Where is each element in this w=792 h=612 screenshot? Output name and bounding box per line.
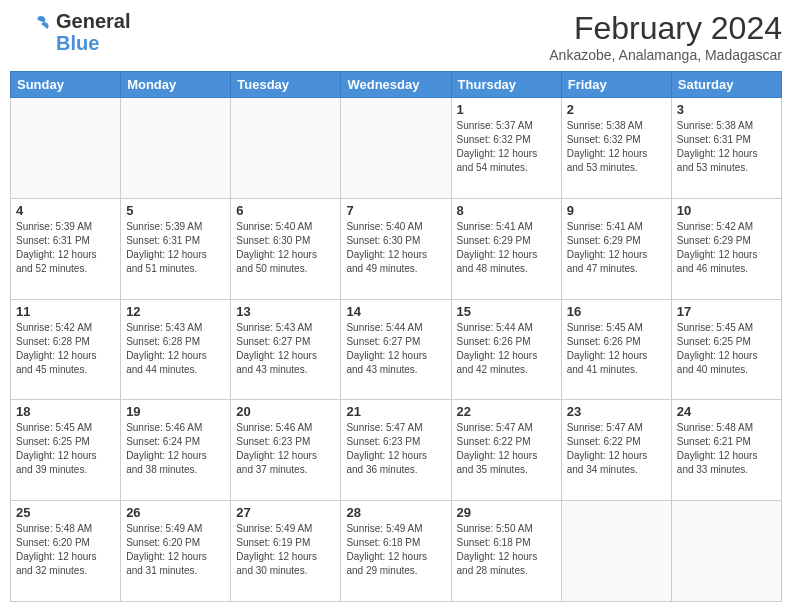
subtitle: Ankazobe, Analamanga, Madagascar: [549, 47, 782, 63]
day-number: 21: [346, 404, 445, 419]
logo-svg-icon: [10, 11, 52, 53]
calendar-cell: 15Sunrise: 5:44 AM Sunset: 6:26 PM Dayli…: [451, 299, 561, 400]
day-number: 16: [567, 304, 666, 319]
calendar-cell: 21Sunrise: 5:47 AM Sunset: 6:23 PM Dayli…: [341, 400, 451, 501]
calendar-cell: 16Sunrise: 5:45 AM Sunset: 6:26 PM Dayli…: [561, 299, 671, 400]
day-info: Sunrise: 5:49 AM Sunset: 6:19 PM Dayligh…: [236, 523, 317, 576]
day-info: Sunrise: 5:47 AM Sunset: 6:23 PM Dayligh…: [346, 422, 427, 475]
calendar-cell: 6Sunrise: 5:40 AM Sunset: 6:30 PM Daylig…: [231, 198, 341, 299]
calendar-week-1: 1Sunrise: 5:37 AM Sunset: 6:32 PM Daylig…: [11, 98, 782, 199]
day-info: Sunrise: 5:39 AM Sunset: 6:31 PM Dayligh…: [16, 221, 97, 274]
calendar-cell: [671, 501, 781, 602]
calendar-cell: 20Sunrise: 5:46 AM Sunset: 6:23 PM Dayli…: [231, 400, 341, 501]
day-number: 3: [677, 102, 776, 117]
calendar-week-5: 25Sunrise: 5:48 AM Sunset: 6:20 PM Dayli…: [11, 501, 782, 602]
day-number: 4: [16, 203, 115, 218]
day-info: Sunrise: 5:44 AM Sunset: 6:27 PM Dayligh…: [346, 322, 427, 375]
calendar-cell: 26Sunrise: 5:49 AM Sunset: 6:20 PM Dayli…: [121, 501, 231, 602]
day-number: 22: [457, 404, 556, 419]
calendar-cell: [11, 98, 121, 199]
calendar-cell: [341, 98, 451, 199]
calendar-cell: 9Sunrise: 5:41 AM Sunset: 6:29 PM Daylig…: [561, 198, 671, 299]
title-area: February 2024 Ankazobe, Analamanga, Mada…: [549, 10, 782, 63]
calendar-cell: 23Sunrise: 5:47 AM Sunset: 6:22 PM Dayli…: [561, 400, 671, 501]
calendar-cell: 13Sunrise: 5:43 AM Sunset: 6:27 PM Dayli…: [231, 299, 341, 400]
day-info: Sunrise: 5:48 AM Sunset: 6:20 PM Dayligh…: [16, 523, 97, 576]
day-number: 25: [16, 505, 115, 520]
calendar-cell: 4Sunrise: 5:39 AM Sunset: 6:31 PM Daylig…: [11, 198, 121, 299]
weekday-header-tuesday: Tuesday: [231, 72, 341, 98]
day-number: 18: [16, 404, 115, 419]
day-number: 26: [126, 505, 225, 520]
day-number: 7: [346, 203, 445, 218]
day-number: 14: [346, 304, 445, 319]
day-info: Sunrise: 5:39 AM Sunset: 6:31 PM Dayligh…: [126, 221, 207, 274]
calendar-cell: [121, 98, 231, 199]
day-info: Sunrise: 5:50 AM Sunset: 6:18 PM Dayligh…: [457, 523, 538, 576]
logo-general-text: General: [56, 10, 130, 32]
day-number: 27: [236, 505, 335, 520]
day-number: 19: [126, 404, 225, 419]
day-number: 29: [457, 505, 556, 520]
calendar-cell: 2Sunrise: 5:38 AM Sunset: 6:32 PM Daylig…: [561, 98, 671, 199]
weekday-header-wednesday: Wednesday: [341, 72, 451, 98]
calendar-cell: 11Sunrise: 5:42 AM Sunset: 6:28 PM Dayli…: [11, 299, 121, 400]
day-info: Sunrise: 5:47 AM Sunset: 6:22 PM Dayligh…: [457, 422, 538, 475]
calendar-week-3: 11Sunrise: 5:42 AM Sunset: 6:28 PM Dayli…: [11, 299, 782, 400]
day-number: 6: [236, 203, 335, 218]
day-info: Sunrise: 5:40 AM Sunset: 6:30 PM Dayligh…: [236, 221, 317, 274]
day-number: 15: [457, 304, 556, 319]
weekday-header-friday: Friday: [561, 72, 671, 98]
day-number: 5: [126, 203, 225, 218]
day-number: 20: [236, 404, 335, 419]
day-info: Sunrise: 5:42 AM Sunset: 6:29 PM Dayligh…: [677, 221, 758, 274]
header: General Blue February 2024 Ankazobe, Ana…: [10, 10, 782, 63]
calendar-cell: 28Sunrise: 5:49 AM Sunset: 6:18 PM Dayli…: [341, 501, 451, 602]
day-number: 28: [346, 505, 445, 520]
calendar-cell: 17Sunrise: 5:45 AM Sunset: 6:25 PM Dayli…: [671, 299, 781, 400]
day-number: 17: [677, 304, 776, 319]
day-info: Sunrise: 5:41 AM Sunset: 6:29 PM Dayligh…: [567, 221, 648, 274]
calendar-cell: 24Sunrise: 5:48 AM Sunset: 6:21 PM Dayli…: [671, 400, 781, 501]
day-info: Sunrise: 5:42 AM Sunset: 6:28 PM Dayligh…: [16, 322, 97, 375]
page: General Blue February 2024 Ankazobe, Ana…: [0, 0, 792, 612]
calendar-cell: 1Sunrise: 5:37 AM Sunset: 6:32 PM Daylig…: [451, 98, 561, 199]
calendar-cell: [561, 501, 671, 602]
main-title: February 2024: [549, 10, 782, 47]
day-number: 8: [457, 203, 556, 218]
calendar-cell: 3Sunrise: 5:38 AM Sunset: 6:31 PM Daylig…: [671, 98, 781, 199]
day-number: 24: [677, 404, 776, 419]
day-info: Sunrise: 5:38 AM Sunset: 6:32 PM Dayligh…: [567, 120, 648, 173]
weekday-header-sunday: Sunday: [11, 72, 121, 98]
day-number: 2: [567, 102, 666, 117]
day-number: 1: [457, 102, 556, 117]
day-info: Sunrise: 5:45 AM Sunset: 6:26 PM Dayligh…: [567, 322, 648, 375]
calendar-cell: 12Sunrise: 5:43 AM Sunset: 6:28 PM Dayli…: [121, 299, 231, 400]
logo: General Blue: [10, 10, 130, 54]
calendar-cell: 8Sunrise: 5:41 AM Sunset: 6:29 PM Daylig…: [451, 198, 561, 299]
day-number: 13: [236, 304, 335, 319]
weekday-header-saturday: Saturday: [671, 72, 781, 98]
calendar-week-4: 18Sunrise: 5:45 AM Sunset: 6:25 PM Dayli…: [11, 400, 782, 501]
calendar-week-2: 4Sunrise: 5:39 AM Sunset: 6:31 PM Daylig…: [11, 198, 782, 299]
calendar-cell: 14Sunrise: 5:44 AM Sunset: 6:27 PM Dayli…: [341, 299, 451, 400]
day-info: Sunrise: 5:49 AM Sunset: 6:18 PM Dayligh…: [346, 523, 427, 576]
weekday-header-row: SundayMondayTuesdayWednesdayThursdayFrid…: [11, 72, 782, 98]
logo-blue-text: Blue: [56, 32, 130, 54]
day-number: 12: [126, 304, 225, 319]
day-info: Sunrise: 5:37 AM Sunset: 6:32 PM Dayligh…: [457, 120, 538, 173]
day-number: 23: [567, 404, 666, 419]
calendar-cell: 18Sunrise: 5:45 AM Sunset: 6:25 PM Dayli…: [11, 400, 121, 501]
calendar-cell: 5Sunrise: 5:39 AM Sunset: 6:31 PM Daylig…: [121, 198, 231, 299]
day-number: 11: [16, 304, 115, 319]
day-info: Sunrise: 5:47 AM Sunset: 6:22 PM Dayligh…: [567, 422, 648, 475]
calendar-header: SundayMondayTuesdayWednesdayThursdayFrid…: [11, 72, 782, 98]
day-info: Sunrise: 5:46 AM Sunset: 6:24 PM Dayligh…: [126, 422, 207, 475]
day-info: Sunrise: 5:45 AM Sunset: 6:25 PM Dayligh…: [677, 322, 758, 375]
day-info: Sunrise: 5:45 AM Sunset: 6:25 PM Dayligh…: [16, 422, 97, 475]
calendar-table: SundayMondayTuesdayWednesdayThursdayFrid…: [10, 71, 782, 602]
calendar-cell: [231, 98, 341, 199]
weekday-header-monday: Monday: [121, 72, 231, 98]
calendar-cell: 29Sunrise: 5:50 AM Sunset: 6:18 PM Dayli…: [451, 501, 561, 602]
calendar-cell: 25Sunrise: 5:48 AM Sunset: 6:20 PM Dayli…: [11, 501, 121, 602]
